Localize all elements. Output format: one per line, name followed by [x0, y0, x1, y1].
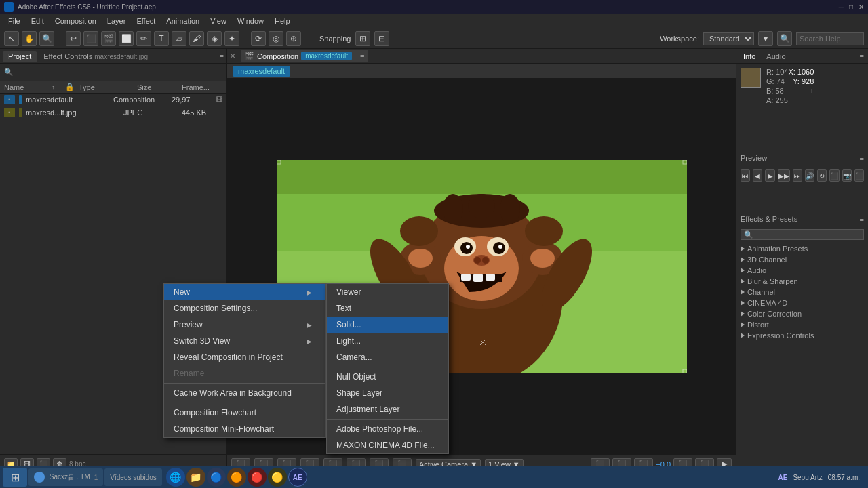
submenu-adjustment[interactable]: Adjustment Layer: [327, 401, 448, 418]
audio-tab[interactable]: Audio: [764, 51, 788, 62]
project-search-input[interactable]: [16, 68, 222, 77]
effects-cat-channel[interactable]: Channel: [736, 287, 868, 298]
pen-tool[interactable]: ✏: [136, 31, 151, 46]
shape-tool[interactable]: ▱: [172, 31, 186, 46]
ctx-reveal[interactable]: Reveal Composition in Project: [164, 349, 326, 365]
comp-panel-menu[interactable]: ≡: [360, 52, 364, 60]
menu-effect[interactable]: Effect: [131, 16, 161, 26]
text-tool[interactable]: T: [154, 31, 169, 46]
comp-tab[interactable]: 🎬 Composition maxresdefault ≡: [241, 50, 368, 62]
start-button[interactable]: ⊞: [3, 468, 27, 487]
last-frame-btn[interactable]: ⏭: [793, 169, 802, 182]
ctx-mini-flowchart-label: Composition Mini-Flowchart: [174, 424, 274, 434]
loop-btn[interactable]: ↻: [817, 169, 827, 182]
maximize-btn[interactable]: □: [849, 3, 853, 11]
effects-tab-label[interactable]: Effects & Presets: [741, 215, 797, 223]
tab-project[interactable]: Project: [3, 51, 37, 62]
effects-cat-blur[interactable]: Blur & Sharpen: [736, 276, 868, 287]
submenu-shape[interactable]: Shape Layer: [327, 385, 448, 401]
panel-menu-icon[interactable]: ≡: [220, 52, 224, 60]
effects-cat-audio[interactable]: Audio: [736, 265, 868, 276]
menu-help[interactable]: Help: [269, 16, 296, 26]
submenu-photoshop[interactable]: Adobe Photoshop File...: [327, 421, 448, 437]
play-btn[interactable]: ▶: [765, 169, 774, 182]
select-tool[interactable]: ↖: [4, 31, 19, 46]
effects-cat-color[interactable]: Color Correction: [736, 308, 868, 319]
ctx-switch3d[interactable]: Switch 3D View ▶: [164, 333, 326, 349]
taskbar-app-word[interactable]: 🟡: [268, 468, 287, 487]
ctx-mini-flowchart[interactable]: Composition Mini-Flowchart: [164, 421, 326, 437]
anchor-tool[interactable]: ◎: [269, 31, 283, 46]
next-frame-btn[interactable]: ▶▶: [778, 169, 790, 182]
effects-search-input[interactable]: [741, 229, 864, 240]
submenu-light[interactable]: Light...: [327, 333, 448, 349]
submenu-text[interactable]: Text: [327, 300, 448, 317]
snap-btn-2[interactable]: ⊟: [374, 31, 389, 46]
render-btn[interactable]: 🎬: [101, 31, 116, 46]
undo-btn[interactable]: ↩: [66, 31, 81, 46]
first-frame-btn[interactable]: ⏮: [741, 169, 750, 182]
prev-frame-btn[interactable]: ◀: [753, 169, 762, 182]
clone-tool[interactable]: ◈: [207, 31, 222, 46]
parent-tool[interactable]: ⊕: [286, 31, 301, 46]
hand-tool[interactable]: ✋: [22, 31, 37, 46]
rotate-tool[interactable]: ⟳: [251, 31, 266, 46]
zoom-tool[interactable]: 🔍: [39, 31, 54, 46]
menu-window[interactable]: Window: [232, 16, 269, 26]
taskbar-app-browser1[interactable]: 🔵: [207, 468, 226, 487]
project-item-comp[interactable]: ▪ maxresdefault Composition 29,97 🎞: [0, 94, 226, 106]
menu-file[interactable]: File: [3, 16, 26, 26]
menu-edit[interactable]: Edit: [26, 16, 50, 26]
info-menu[interactable]: ≡: [860, 52, 864, 60]
paint-tool[interactable]: 🖌: [189, 31, 204, 46]
puppet-tool[interactable]: ✦: [224, 31, 239, 46]
effects-cat-distort[interactable]: Distort: [736, 319, 868, 330]
show-snap-btn[interactable]: ⬛: [854, 169, 864, 182]
menu-view[interactable]: View: [205, 16, 232, 26]
menu-layer[interactable]: Layer: [102, 16, 132, 26]
taskbar-user[interactable]: Sacxz畗 . TM 1: [28, 468, 103, 486]
comp-sub-badge[interactable]: maxresdefault: [233, 66, 290, 77]
taskbar-app-browser2[interactable]: 🟠: [227, 468, 246, 487]
workspace-select[interactable]: Standard: [703, 32, 754, 45]
audio-btn[interactable]: 🔊: [805, 169, 814, 182]
project-item-jpeg[interactable]: ▪ maxresd...lt.jpg JPEG 445 KB: [0, 106, 226, 119]
effects-cat-3d[interactable]: 3D Channel: [736, 254, 868, 265]
comp-close[interactable]: ✕: [230, 52, 235, 60]
ctx-cache[interactable]: Cache Work Area in Background: [164, 385, 326, 401]
preview-menu[interactable]: ≡: [860, 154, 864, 162]
snap-btn-1[interactable]: ⊞: [355, 31, 370, 46]
search-input[interactable]: [796, 32, 864, 45]
submenu-cinema4d[interactable]: MAXON CINEMA 4D File...: [327, 437, 448, 453]
ram-preview-btn[interactable]: ⬛: [829, 169, 839, 182]
ctx-preview[interactable]: Preview ▶: [164, 317, 326, 333]
menu-animation[interactable]: Animation: [161, 16, 205, 26]
preview-tab-label[interactable]: Preview: [741, 154, 767, 162]
taskbar-videos[interactable]: Vídeos subidos: [104, 468, 161, 486]
submenu-camera[interactable]: Camera...: [327, 349, 448, 365]
close-btn[interactable]: ✕: [859, 3, 864, 11]
effects-cat-animation[interactable]: Animation Presets: [736, 243, 868, 254]
submenu-viewer[interactable]: Viewer: [327, 284, 448, 300]
tab-effect-controls[interactable]: Effect Controls maxresdefault.jpg: [38, 51, 153, 62]
workspace-btn[interactable]: ▼: [758, 31, 773, 46]
snapshot-btn[interactable]: 📷: [842, 169, 852, 182]
effects-menu[interactable]: ≡: [860, 215, 864, 223]
submenu-null[interactable]: Null Object: [327, 369, 448, 385]
menu-composition[interactable]: Composition: [50, 16, 102, 26]
ctx-flowchart[interactable]: Composition Flowchart: [164, 405, 326, 421]
info-tab[interactable]: Info: [741, 51, 758, 62]
taskbar-app-ie[interactable]: 🌐: [166, 468, 185, 487]
minimize-btn[interactable]: ─: [839, 3, 844, 11]
preview-btn2[interactable]: ⬜: [119, 31, 134, 46]
taskbar-app-folder[interactable]: 📁: [186, 468, 205, 487]
ctx-comp-settings[interactable]: Composition Settings...: [164, 300, 326, 317]
submenu-solid[interactable]: Solid...: [327, 317, 448, 333]
taskbar-app-media[interactable]: 🔴: [248, 468, 267, 487]
taskbar-app-ae[interactable]: AE: [288, 468, 307, 487]
project-btn[interactable]: ⬛: [83, 31, 98, 46]
effects-cat-cinema4d[interactable]: CINEMA 4D: [736, 298, 868, 308]
ctx-new[interactable]: New ▶: [164, 284, 326, 300]
arrow-3d: [741, 257, 745, 262]
effects-cat-expression[interactable]: Expression Controls: [736, 330, 868, 341]
